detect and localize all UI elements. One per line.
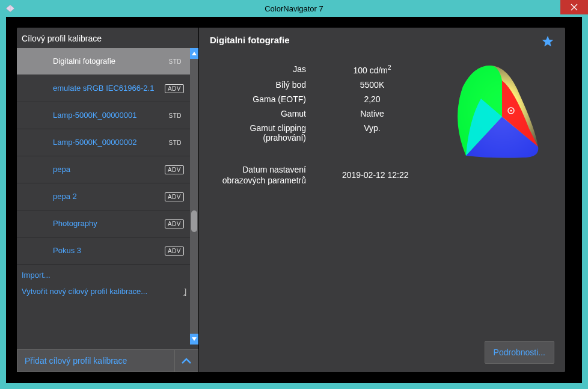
profile-label: Lamp-5000K_00000001 xyxy=(53,111,167,121)
profile-badge: STD xyxy=(167,139,185,147)
import-action[interactable]: Import... xyxy=(22,267,185,283)
brightness-label: Jas xyxy=(210,64,306,75)
profile-badge: ADV xyxy=(165,165,184,174)
svg-point-1 xyxy=(510,110,512,112)
profile-label: Photography xyxy=(53,219,165,229)
profile-label: emulate sRGB IEC61966-2.1 xyxy=(53,84,165,94)
profile-item[interactable]: Digitalni fotografie STD xyxy=(17,48,190,75)
profile-label: pepa xyxy=(53,165,165,175)
profile-label: Pokus 3 xyxy=(53,246,165,256)
profile-label: Digitalni fotografie xyxy=(53,57,167,67)
whitepoint-value: 5500K xyxy=(324,80,420,90)
add-profile-button[interactable]: Přidat cílový profil kalibrace xyxy=(17,349,174,372)
profile-item[interactable]: emulate sRGB IEC61966-2.1 ADV xyxy=(17,75,190,102)
clipping-label: Gamut clipping (prahování) xyxy=(210,123,306,142)
text-cursor-icon: ‸] xyxy=(183,287,185,296)
gamma-label: Gama (EOTF) xyxy=(210,94,306,104)
profile-badge: STD xyxy=(167,58,185,66)
create-label: Vytvořit nový cílový profil kalibrace... xyxy=(22,287,147,296)
whitepoint-label: Bílý bod xyxy=(210,80,306,90)
gamma-value: 2,20 xyxy=(324,94,420,104)
scrollbar[interactable] xyxy=(190,48,198,345)
details-button-label: Podrobnosti... xyxy=(494,348,545,357)
adjustment-date-label: Datum nastavení obrazových parametrů xyxy=(210,164,306,186)
profile-badge: ADV xyxy=(165,247,184,256)
profile-label: Lamp-5000K_00000002 xyxy=(53,138,167,148)
profile-item[interactable]: Photography ADV xyxy=(17,210,190,237)
favorite-star-button[interactable] xyxy=(541,35,554,50)
main-panel: Digitalni fotografie Jas 100 cd/m2 Bílý … xyxy=(199,28,565,372)
gamut-value: Native xyxy=(324,109,420,118)
window-close-button[interactable] xyxy=(560,0,588,14)
chevron-up-icon xyxy=(182,358,191,364)
sidebar: Cílový profil kalibrace Digitalni fotogr… xyxy=(17,28,199,372)
scrollbar-thumb[interactable] xyxy=(191,210,197,232)
scrollbar-track[interactable] xyxy=(190,59,198,334)
star-icon xyxy=(541,35,554,48)
import-label: Import... xyxy=(22,271,51,280)
create-profile-action[interactable]: Vytvořit nový cílový profil kalibrace...… xyxy=(22,283,185,299)
profile-title: Digitalni fotografie xyxy=(210,35,290,45)
profile-item[interactable]: Lamp-5000K_00000001 STD xyxy=(17,102,190,129)
add-profile-label: Přidat cílový profil kalibrace xyxy=(25,356,127,366)
sidebar-header: Cílový profil kalibrace xyxy=(17,28,198,48)
gamut-diagram xyxy=(445,63,547,165)
profile-badge: ADV xyxy=(165,219,184,228)
add-profile-collapse-button[interactable] xyxy=(174,349,198,372)
scroll-down-button[interactable] xyxy=(190,334,198,345)
profile-badge: ADV xyxy=(165,192,184,201)
gamut-label: Gamut xyxy=(210,109,306,118)
adjustment-date-value: 2019-02-12 12:22 xyxy=(324,170,444,180)
titlebar: ColorNavigator 7 xyxy=(0,0,588,17)
brightness-value: 100 cd/m2 xyxy=(324,64,420,75)
clipping-value: Vyp. xyxy=(324,123,420,142)
profile-badge: STD xyxy=(167,112,185,120)
profile-item[interactable]: Pokus 3 ADV xyxy=(17,237,190,265)
profile-item[interactable]: pepa ADV xyxy=(17,156,190,183)
app-icon xyxy=(5,3,16,14)
app-body: Cílový profil kalibrace Digitalni fotogr… xyxy=(6,17,582,383)
profile-badge: ADV xyxy=(165,84,184,93)
profile-item[interactable]: Lamp-5000K_00000002 STD xyxy=(17,129,190,156)
window-title: ColorNavigator 7 xyxy=(0,4,588,13)
profile-item[interactable]: pepa 2 ADV xyxy=(17,183,190,210)
profile-label: pepa 2 xyxy=(53,192,165,202)
details-button[interactable]: Podrobnosti... xyxy=(485,341,554,364)
scroll-up-button[interactable] xyxy=(190,48,198,59)
